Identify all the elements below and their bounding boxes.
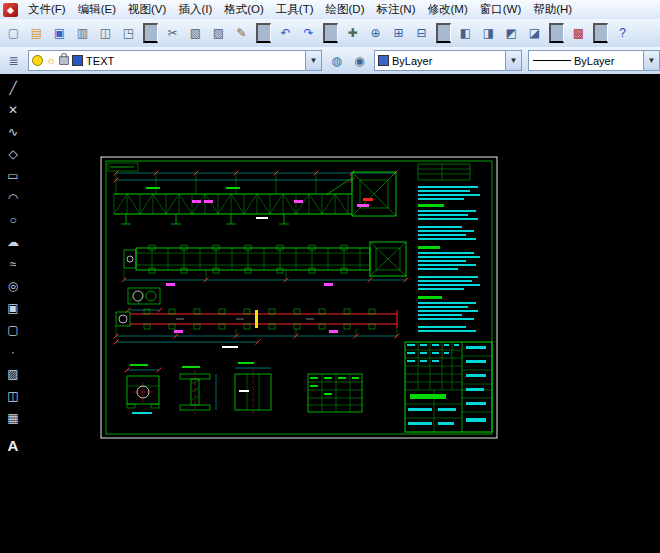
toolbar-separator <box>549 23 564 43</box>
region-icon[interactable]: ◫ <box>3 386 23 406</box>
toolbar-glyph: ∿ <box>8 126 18 138</box>
toolbar-glyph: ○ <box>9 214 16 226</box>
undo-icon[interactable]: ↶ <box>275 23 296 44</box>
menu-item-label: 格式(O) <box>224 3 264 15</box>
plot-icon[interactable]: ▥ <box>72 23 93 44</box>
plan-view <box>122 242 409 286</box>
toolbar-glyph: ▢ <box>7 324 18 336</box>
color-combo[interactable]: ByLayer ▼ <box>374 50 522 71</box>
menu-item-label: 编辑(E) <box>78 3 116 15</box>
menu-items: 文件(F)编辑(E)视图(V)插入(I)格式(O)工具(T)绘图(D)标注(N)… <box>22 0 578 19</box>
make-block-icon[interactable]: ▢ <box>3 320 23 340</box>
toolbar-glyph: ◩ <box>506 27 517 39</box>
toolbar-glyph: A <box>8 438 19 453</box>
color-combo-dropdown-icon[interactable]: ▼ <box>505 51 521 70</box>
layer-combo-dropdown-icon[interactable]: ▼ <box>305 51 321 70</box>
toolbar-glyph: ◪ <box>529 27 540 39</box>
insert-block-icon[interactable]: ▣ <box>3 298 23 318</box>
save-icon[interactable]: ▣ <box>49 23 70 44</box>
point-icon[interactable]: ∙ <box>3 342 23 362</box>
menu-insert[interactable]: 插入(I) <box>172 0 218 19</box>
circle-icon[interactable]: ○ <box>3 210 23 230</box>
table-icon[interactable]: ▦ <box>3 408 23 428</box>
toolbar-glyph: ◍ <box>331 55 341 67</box>
rectangle-icon[interactable]: ▭ <box>3 166 23 186</box>
help-icon[interactable]: ? <box>612 23 633 44</box>
menu-help[interactable]: 帮助(H) <box>527 0 578 19</box>
layer-states-icon[interactable]: ◍ <box>326 50 347 71</box>
zoom-window-icon[interactable]: ⊞ <box>388 23 409 44</box>
toolbar-glyph: ✕ <box>8 104 18 116</box>
toolbar-glyph: ▧ <box>190 27 201 39</box>
match-properties-icon[interactable]: ✎ <box>231 23 252 44</box>
menu-item-label: 帮助(H) <box>533 3 572 15</box>
layer-lock-icon[interactable] <box>59 56 69 65</box>
menu-file[interactable]: 文件(F) <box>22 0 72 19</box>
layer-freeze-icon[interactable]: ☼ <box>46 55 56 66</box>
toolbar-glyph: ∙ <box>11 346 14 358</box>
polyline-icon[interactable]: ∿ <box>3 122 23 142</box>
spline-icon[interactable]: ≈ <box>3 254 23 274</box>
open-icon[interactable]: ▤ <box>26 23 47 44</box>
menu-item-label: 文件(F) <box>28 3 66 15</box>
toolbar-glyph: ▥ <box>77 27 88 39</box>
layer-on-icon[interactable] <box>32 55 43 66</box>
menu-tools[interactable]: 工具(T) <box>270 0 320 19</box>
ellipse-icon[interactable]: ◎ <box>3 276 23 296</box>
make-layer-current-icon[interactable]: ◉ <box>349 50 370 71</box>
menu-window[interactable]: 窗口(W) <box>474 0 528 19</box>
menu-item-label: 修改(M) <box>427 3 467 15</box>
construction-line-icon[interactable]: ✕ <box>3 100 23 120</box>
menu-view[interactable]: 视图(V) <box>122 0 172 19</box>
layer-manager-glyph: ≣ <box>8 55 18 67</box>
menu-draw[interactable]: 绘图(D) <box>320 0 371 19</box>
toolbar-glyph: ✎ <box>236 27 246 39</box>
copy-icon[interactable]: ▧ <box>185 23 206 44</box>
menu-edit[interactable]: 编辑(E) <box>72 0 122 19</box>
text-icon[interactable]: A <box>3 435 23 455</box>
zoom-previous-icon[interactable]: ⊟ <box>411 23 432 44</box>
plot-preview-icon[interactable]: ◫ <box>95 23 116 44</box>
sheetset-icon[interactable]: ◪ <box>524 23 545 44</box>
revision-cloud-icon[interactable]: ☁ <box>3 232 23 252</box>
polygon-icon[interactable]: ◇ <box>3 144 23 164</box>
markup-icon[interactable]: ▩ <box>568 23 589 44</box>
layer-combo[interactable]: ☼ TEXT ▼ <box>28 50 322 71</box>
menu-dimension[interactable]: 标注(N) <box>371 0 422 19</box>
menu-item-label: 标注(N) <box>377 3 416 15</box>
layers-toolbar: ≣ ☼ TEXT ▼ ◍◉ ByLayer ▼ ByLayer ▼ <box>0 47 660 75</box>
linetype-combo[interactable]: ByLayer ▼ <box>528 50 660 71</box>
app-icon[interactable]: ◆ <box>3 3 18 17</box>
menu-modify[interactable]: 修改(M) <box>421 0 473 19</box>
menu-bar: ◆ 文件(F)编辑(E)视图(V)插入(I)格式(O)工具(T)绘图(D)标注(… <box>0 0 660 20</box>
menu-item-label: 窗口(W) <box>480 3 522 15</box>
toolbar-separator <box>143 23 158 43</box>
layer-color-swatch <box>72 55 83 66</box>
cut-icon[interactable]: ✂ <box>162 23 183 44</box>
zoom-realtime-icon[interactable]: ⊕ <box>365 23 386 44</box>
drawing-canvas[interactable] <box>26 74 660 553</box>
toolbar-glyph: ↶ <box>280 27 290 39</box>
toolbar-glyph: ⊞ <box>393 27 403 39</box>
toolbar-glyph: ▨ <box>7 368 18 380</box>
pan-icon[interactable]: ✚ <box>342 23 363 44</box>
publish-icon[interactable]: ◳ <box>118 23 139 44</box>
current-linetype-name: ByLayer <box>571 55 617 67</box>
new-icon[interactable]: ▢ <box>3 23 24 44</box>
linetype-combo-dropdown-icon[interactable]: ▼ <box>643 51 659 70</box>
properties-icon[interactable]: ◧ <box>455 23 476 44</box>
hatch-icon[interactable]: ▨ <box>3 364 23 384</box>
menu-item-label: 绘图(D) <box>326 3 365 15</box>
linetype-sample <box>533 60 571 61</box>
menu-format[interactable]: 格式(O) <box>218 0 270 19</box>
arc-icon[interactable]: ◠ <box>3 188 23 208</box>
standard-toolbar: ▢▤▣▥◫◳✂▧▨✎↶↷✚⊕⊞⊟◧◨◩◪▩? <box>0 19 660 48</box>
toolbar-glyph: ◨ <box>483 27 494 39</box>
layer-manager-icon[interactable]: ≣ <box>3 50 24 71</box>
toolbar-glyph: ⊟ <box>416 27 426 39</box>
redo-icon[interactable]: ↷ <box>298 23 319 44</box>
designcenter-icon[interactable]: ◨ <box>478 23 499 44</box>
tool-palettes-icon[interactable]: ◩ <box>501 23 522 44</box>
paste-icon[interactable]: ▨ <box>208 23 229 44</box>
line-icon[interactable]: ╱ <box>3 78 23 98</box>
